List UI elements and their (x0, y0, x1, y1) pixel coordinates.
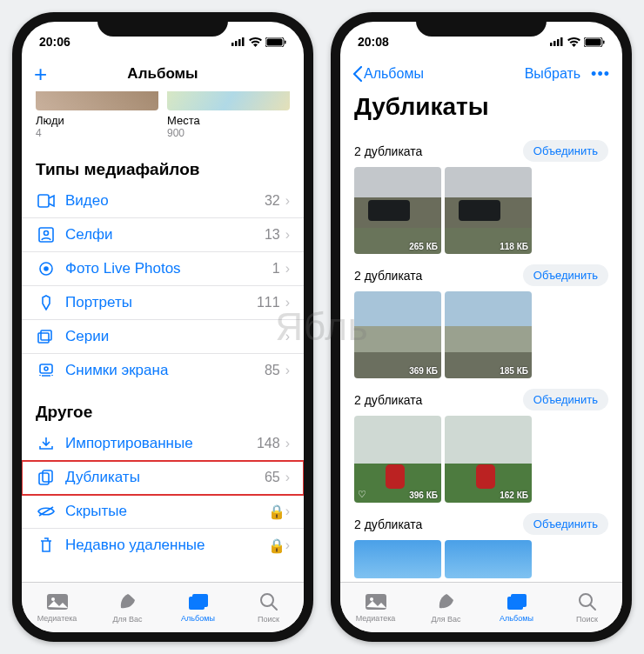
list-row[interactable]: Скрытые 🔒 › (22, 495, 304, 529)
back-label: Альбомы (364, 66, 424, 82)
thumbnail[interactable]: ♡ 396 КБ (354, 416, 441, 503)
file-size: 396 КБ (409, 490, 438, 500)
svg-rect-25 (550, 43, 553, 46)
svg-line-37 (590, 604, 595, 610)
navbar: Альбомы Выбрать ••• (340, 57, 622, 91)
thumbnail[interactable]: 265 КБ (354, 167, 441, 254)
row-count: 32 (265, 193, 280, 209)
row-icon (36, 537, 57, 553)
section-header-other: Другое (22, 387, 304, 427)
tab-library[interactable]: Медиатека (340, 583, 411, 632)
tab-foryou[interactable]: Для Вас (92, 583, 163, 632)
merge-button[interactable]: Объединить (523, 389, 608, 410)
nav-title: Альбомы (22, 65, 304, 83)
list-row[interactable]: Дубликаты 65 › (22, 461, 304, 495)
list-row[interactable]: Недавно удаленные 🔒 › (22, 529, 304, 562)
svg-rect-1 (235, 41, 238, 46)
duplicate-group: 2 дубликата Объединить ♡ 396 КБ 162 КБ (340, 378, 622, 503)
file-size: 162 КБ (500, 490, 528, 500)
tab-library[interactable]: Медиатека (22, 583, 92, 632)
thumbnail[interactable]: 369 КБ (354, 291, 441, 378)
phone-left: 20:06 + Альбомы Люди 4 Места (12, 12, 313, 642)
select-button[interactable]: Выбрать (525, 66, 580, 82)
content: Дубликаты 2 дубликата Объединить 265 КБ … (340, 91, 622, 582)
svg-rect-16 (39, 473, 49, 484)
list-row[interactable]: Снимки экрана 85 › (22, 354, 304, 387)
svg-rect-13 (41, 330, 51, 340)
more-button[interactable]: ••• (591, 65, 610, 83)
list-row[interactable]: Видео 32 › (22, 184, 304, 218)
tab-search[interactable]: Поиск (552, 583, 622, 632)
search-icon (578, 592, 597, 613)
row-label: Импортированные (65, 435, 257, 452)
duplicate-group: 2 дубликата Объединить (340, 503, 622, 578)
cellular-icon (550, 37, 564, 46)
album-people[interactable]: Люди 4 (36, 91, 158, 139)
album-places[interactable]: Места 900 (167, 91, 290, 139)
row-label: Фото Live Photos (65, 260, 272, 277)
cellular-icon (231, 37, 245, 46)
row-icon (36, 227, 57, 243)
battery-icon (265, 37, 286, 47)
row-label: Недавно удаленные (65, 537, 268, 554)
file-size: 118 КБ (500, 242, 528, 251)
row-icon (36, 295, 57, 310)
notch (416, 12, 547, 37)
tab-albums[interactable]: Альбомы (481, 583, 552, 632)
svg-rect-12 (38, 333, 49, 343)
photo-icon (365, 593, 387, 612)
list-row[interactable]: Фото Live Photos 1 › (22, 252, 304, 286)
list-row[interactable]: Селфи 13 › (22, 218, 304, 252)
thumbnail[interactable] (445, 540, 532, 578)
section-header-media: Типы медиафайлов (22, 144, 304, 184)
lock-icon: 🔒 (268, 537, 285, 554)
search-icon (259, 592, 278, 613)
svg-rect-35 (511, 594, 527, 607)
favorite-icon: ♡ (358, 489, 366, 500)
album-count: 4 (36, 127, 158, 139)
thumbnail[interactable]: 162 КБ (445, 416, 532, 503)
tab-label: Поиск (258, 615, 279, 624)
chevron-right-icon: › (285, 363, 290, 378)
tab-search[interactable]: Поиск (233, 583, 304, 632)
back-button[interactable]: Альбомы (352, 66, 424, 82)
battery-icon (584, 37, 605, 47)
merge-button[interactable]: Объединить (523, 513, 608, 535)
tab-label: Альбомы (500, 614, 533, 623)
page-title: Дубликаты (340, 91, 622, 130)
tab-foryou[interactable]: Для Вас (411, 583, 481, 632)
wifi-icon (567, 37, 580, 47)
svg-rect-5 (267, 38, 283, 45)
svg-rect-0 (231, 43, 234, 46)
album-label: Люди (36, 114, 158, 127)
notch (97, 12, 228, 37)
thumbnail[interactable]: 118 КБ (445, 167, 532, 254)
group-label: 2 дубликата (354, 393, 422, 407)
list-row[interactable]: Серии › (22, 320, 304, 354)
svg-rect-28 (560, 37, 563, 46)
foryou-icon (118, 592, 138, 613)
thumbnail[interactable]: 185 КБ (445, 291, 532, 378)
other-list: Импортированные 148 › Дубликаты 65 › Скр… (22, 427, 304, 562)
svg-rect-3 (242, 37, 245, 46)
status-time: 20:08 (358, 35, 389, 49)
row-icon (36, 436, 57, 451)
list-row[interactable]: Импортированные 148 › (22, 427, 304, 461)
row-label: Серии (65, 328, 280, 345)
album-count: 900 (167, 127, 290, 139)
tab-label: Альбомы (181, 614, 215, 623)
row-count: 65 (265, 470, 280, 485)
thumbnail[interactable] (354, 540, 441, 578)
row-count: 85 (265, 363, 280, 378)
content: Люди 4 Места 900 Типы медиафайлов Видео … (22, 91, 304, 582)
merge-button[interactable]: Объединить (523, 140, 608, 162)
merge-button[interactable]: Объединить (523, 264, 608, 286)
status-icons (231, 37, 286, 47)
row-label: Снимки экрана (65, 362, 265, 379)
add-button[interactable]: + (34, 63, 47, 85)
group-label: 2 дубликата (354, 269, 422, 283)
svg-rect-26 (553, 41, 556, 46)
tab-albums[interactable]: Альбомы (163, 583, 233, 632)
list-row[interactable]: Портреты 111 › (22, 286, 304, 320)
row-count: 1 (272, 261, 280, 277)
